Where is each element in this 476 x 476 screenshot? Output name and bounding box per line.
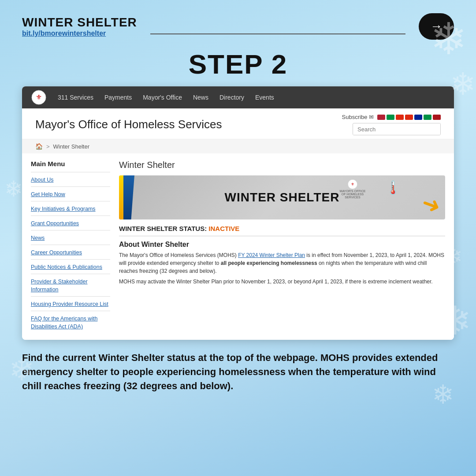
sidebar-item-news[interactable]: News bbox=[31, 230, 110, 245]
sidebar-item-key-initiatives[interactable]: Key Initiatives & Programs bbox=[31, 201, 110, 216]
sidebar-item-public-notices[interactable]: Public Notices & Publications bbox=[31, 259, 110, 274]
page-header: Mayor's Office of Homeless Services Subs… bbox=[22, 108, 454, 139]
status-label: WINTER SHELTER STATUS: bbox=[119, 225, 207, 232]
title-divider bbox=[150, 33, 405, 34]
snowflake-decoration-5: ❄ bbox=[4, 176, 23, 202]
search-button[interactable]: 🔍 bbox=[436, 123, 441, 135]
banner-arrow-icon: ➜ bbox=[418, 190, 444, 219]
sidebar-item-provider[interactable]: Provider & Stakeholder Information bbox=[31, 274, 110, 296]
banner-blue-stripe bbox=[123, 175, 134, 219]
search-bar: 🔍 bbox=[353, 123, 441, 135]
breadcrumb: 🏠 > Winter Shelter bbox=[22, 139, 454, 153]
banner-text-area: WINTER SHELTER bbox=[225, 190, 340, 205]
main-content: Winter Shelter ⚜ MAYOR'S OFFICE OF HOMEL… bbox=[119, 160, 445, 333]
nav-payments[interactable]: Payments bbox=[104, 94, 132, 101]
winter-shelter-title: WINTER SHELTER bbox=[22, 15, 137, 30]
flag-cn bbox=[396, 115, 404, 120]
about-bold: all people experiencing homelessness bbox=[221, 260, 317, 266]
sidebar: Main Menu About Us Get Help Now Key Init… bbox=[31, 160, 110, 333]
nav-events[interactable]: Events bbox=[255, 94, 274, 101]
about-text-1: The Mayor's Office of Homeless Services … bbox=[119, 251, 445, 275]
step-heading: STEP 2 bbox=[0, 48, 476, 80]
about-section: About Winter Shelter The Mayor's Office … bbox=[119, 241, 445, 286]
sidebar-item-grant[interactable]: Grant Opportunities bbox=[31, 216, 110, 230]
about-prefix: The Mayor's Office of Homeless Services … bbox=[119, 252, 238, 258]
breadcrumb-home-icon[interactable]: 🏠 bbox=[35, 143, 43, 150]
svg-text:⚜: ⚜ bbox=[351, 182, 354, 186]
sidebar-title: Main Menu bbox=[31, 160, 110, 167]
maryland-logo: ⚜ bbox=[31, 89, 47, 105]
banner-main-text: WINTER SHELTER bbox=[225, 190, 340, 205]
banner-thermometer-icon: 🌡️ bbox=[385, 180, 401, 195]
svg-text:⚜: ⚜ bbox=[36, 93, 42, 101]
sidebar-item-housing[interactable]: Housing Provider Resource List bbox=[31, 296, 110, 311]
bottom-description: Find the current Winter Shelter status a… bbox=[22, 351, 454, 393]
about-title: About Winter Shelter bbox=[119, 241, 445, 249]
status-line: WINTER SHELTER STATUS: INACTIVE bbox=[119, 225, 445, 232]
page-content: Mayor's Office of Homeless Services Subs… bbox=[22, 108, 454, 340]
sidebar-item-get-help[interactable]: Get Help Now bbox=[31, 186, 110, 201]
search-input[interactable] bbox=[353, 124, 436, 135]
flag-es bbox=[433, 115, 441, 120]
flag-us bbox=[377, 115, 385, 120]
status-value: INACTIVE bbox=[208, 225, 239, 232]
winter-shelter-link[interactable]: bit.ly/bmorewintershelter bbox=[22, 30, 137, 37]
sidebar-item-about-us[interactable]: About Us bbox=[31, 172, 110, 186]
top-left-info: WINTER SHELTER bit.ly/bmorewintershelter bbox=[22, 15, 137, 37]
about-fy2024-link[interactable]: FY 2024 Winter Shelter Plan bbox=[238, 252, 305, 258]
nav-311-services[interactable]: 311 Services bbox=[58, 94, 93, 101]
about-text-2: MOHS may activate the Winter Shelter Pla… bbox=[119, 278, 445, 286]
browser-mockup: ⚜ 311 Services Payments Mayor's Office N… bbox=[22, 86, 454, 340]
content-title: Winter Shelter bbox=[119, 160, 445, 170]
arrow-icon: → bbox=[430, 19, 443, 33]
winter-banner: ⚜ MAYOR'S OFFICE OF HOMELESS SERVICES WI… bbox=[119, 175, 445, 219]
sidebar-item-career[interactable]: Career Opportunities bbox=[31, 245, 110, 259]
main-layout: Main Menu About Us Get Help Now Key Init… bbox=[22, 153, 454, 340]
nav-news[interactable]: News bbox=[193, 94, 208, 101]
status-section: WINTER SHELTER STATUS: INACTIVE bbox=[119, 225, 445, 236]
flag-fr bbox=[414, 115, 422, 120]
flag-cn2 bbox=[405, 115, 413, 120]
subscribe-label[interactable]: Subscribe ✉ bbox=[342, 114, 374, 120]
flag-it bbox=[424, 115, 431, 120]
banner-logo-area: ⚜ MAYOR'S OFFICE OF HOMELESS SERVICES bbox=[339, 179, 366, 199]
top-bar: WINTER SHELTER bit.ly/bmorewintershelter… bbox=[0, 0, 476, 46]
header-right: Subscribe ✉ 🔍 bbox=[342, 114, 441, 135]
nav-directory[interactable]: Directory bbox=[219, 94, 244, 101]
browser-nav: ⚜ 311 Services Payments Mayor's Office N… bbox=[22, 86, 454, 108]
breadcrumb-separator: > bbox=[46, 143, 50, 150]
breadcrumb-current: Winter Shelter bbox=[53, 143, 89, 150]
subscribe-row: Subscribe ✉ bbox=[342, 114, 441, 120]
sidebar-item-faq[interactable]: FAQ for the Americans with Disabilities … bbox=[31, 311, 110, 333]
bottom-text: Find the current Winter Shelter status a… bbox=[0, 340, 476, 406]
flag-pt bbox=[387, 115, 394, 120]
status-divider bbox=[119, 236, 445, 236]
page-title-main: Mayor's Office of Homeless Services bbox=[35, 118, 222, 131]
sidebar-menu: About Us Get Help Now Key Initiatives & … bbox=[31, 172, 110, 333]
flag-icons bbox=[377, 115, 441, 120]
banner-mohs-logo: ⚜ bbox=[347, 179, 358, 190]
nav-mayors-office[interactable]: Mayor's Office bbox=[143, 94, 182, 101]
arrow-button[interactable]: → bbox=[419, 13, 454, 40]
